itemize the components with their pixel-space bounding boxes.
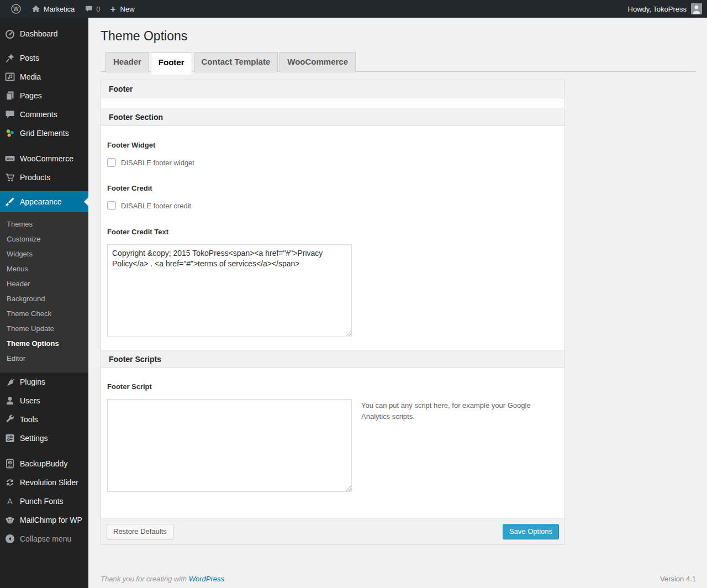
footer-section-body: Footer Widget DISABLE footer widget Foot… xyxy=(101,141,564,350)
sidebar-item-backupbuddy[interactable]: BackupBuddy xyxy=(0,454,88,473)
sidebar-item-label: Appearance xyxy=(20,197,62,206)
pages-icon xyxy=(4,90,15,101)
sidebar-item-label: Pages xyxy=(20,91,42,100)
footer-script-label: Footer Script xyxy=(107,382,558,391)
footer-scripts-body: Footer Script You can put any script her… xyxy=(101,382,564,518)
footer-script-row: You can put any script here, for example… xyxy=(107,399,558,492)
sidebar-item-label: Comments xyxy=(20,110,57,119)
sidebar-item-label: Tools xyxy=(20,415,38,424)
submenu-item-menus[interactable]: Menus xyxy=(0,261,88,276)
footer-thanks-suffix: . xyxy=(224,575,226,583)
appearance-submenu: Themes Customize Widgets Menus Header Ba… xyxy=(0,212,88,372)
sidebar-item-plugins[interactable]: Plugins xyxy=(0,372,88,391)
sidebar-item-comments[interactable]: Comments xyxy=(0,105,88,124)
sidebar-item-pages[interactable]: Pages xyxy=(0,86,88,105)
sidebar-item-revolution-slider[interactable]: Revolution Slider xyxy=(0,473,88,492)
sidebar-item-dashboard[interactable]: Dashboard xyxy=(0,24,88,43)
admin-bar-left: W Marketica 0 + New xyxy=(0,0,140,18)
mailchimp-monkey-icon xyxy=(4,514,15,526)
sidebar-item-tools[interactable]: Tools xyxy=(0,410,88,429)
sidebar-item-label: Grid Elements xyxy=(20,129,69,138)
sidebar-item-label: Users xyxy=(20,396,40,405)
tab-contact-template[interactable]: Contact Template xyxy=(194,52,278,72)
submenu-item-theme-update[interactable]: Theme Update xyxy=(0,321,88,336)
paintbrush-icon xyxy=(4,196,15,207)
admin-sidebar: Dashboard Posts Media Pages Comments Gri… xyxy=(0,18,88,588)
howdy-account-menu[interactable]: Howdy, TokoPress xyxy=(628,5,687,13)
panel-header-footer: Footer xyxy=(101,80,564,98)
submenu-item-theme-options[interactable]: Theme Options xyxy=(0,336,88,351)
sidebar-item-label: Revolution Slider xyxy=(20,478,78,487)
version-text: Version 4.1 xyxy=(660,575,696,583)
submenu-item-themes[interactable]: Themes xyxy=(0,217,88,232)
sidebar-item-label: Products xyxy=(20,173,50,182)
submenu-item-header[interactable]: Header xyxy=(0,276,88,291)
sidebar-item-label: MailChimp for WP xyxy=(20,516,82,524)
admin-footer: Thank you for creating with WordPress. V… xyxy=(101,575,696,583)
sidebar-item-label: BackupBuddy xyxy=(20,459,67,468)
user-icon xyxy=(4,395,15,406)
comments-menu[interactable]: 0 xyxy=(80,0,105,18)
submenu-item-background[interactable]: Background xyxy=(0,291,88,306)
site-name-menu[interactable]: Marketica xyxy=(27,0,80,18)
collapse-menu-label: Collapse menu xyxy=(20,534,71,543)
footer-credit-label: Footer Credit xyxy=(107,184,558,192)
tab-woocommerce[interactable]: WooCommerce xyxy=(279,52,356,72)
disable-footer-widget-checkbox[interactable] xyxy=(107,158,116,167)
home-icon xyxy=(31,4,40,13)
collapse-menu-button[interactable]: Collapse menu xyxy=(0,529,88,548)
backup-drive-icon xyxy=(4,458,15,469)
tab-footer[interactable]: Footer xyxy=(151,53,192,75)
page-title: Theme Options xyxy=(101,28,696,44)
new-content-menu[interactable]: + New xyxy=(105,0,140,18)
sidebar-item-posts[interactable]: Posts xyxy=(0,49,88,67)
footer-credit-textarea[interactable]: Copyright &copy; 2015 TokoPress<span><a … xyxy=(107,244,352,337)
sidebar-item-grid-elements[interactable]: Grid Elements xyxy=(0,124,88,143)
svg-text:W: W xyxy=(13,6,19,12)
sidebar-item-users[interactable]: Users xyxy=(0,391,88,410)
sidebar-item-mailchimp[interactable]: MailChimp for WP xyxy=(0,511,88,529)
sidebar-item-label: Punch Fonts xyxy=(20,497,64,506)
sidebar-item-woocommerce[interactable]: Woo WooCommerce xyxy=(0,149,88,168)
plus-icon: + xyxy=(110,4,116,14)
sidebar-item-media[interactable]: Media xyxy=(0,67,88,86)
wordpress-link[interactable]: WordPress xyxy=(189,575,224,583)
svg-text:A: A xyxy=(7,497,13,506)
new-label: New xyxy=(120,5,135,13)
wordpress-logo-icon: W xyxy=(10,3,22,14)
disable-footer-credit-checkbox[interactable] xyxy=(107,201,116,210)
sidebar-item-appearance[interactable]: Appearance xyxy=(0,191,88,212)
sidebar-item-products[interactable]: Products xyxy=(0,168,88,187)
footer-widget-label: Footer Widget xyxy=(107,141,558,149)
tab-bar: HeaderFooterContact TemplateWooCommerce xyxy=(101,52,696,72)
sidebar-item-punch-fonts[interactable]: A Punch Fonts xyxy=(0,492,88,511)
woocommerce-badge-icon: Woo xyxy=(4,153,15,164)
panel-action-bar: Restore Defaults Save Options xyxy=(101,518,564,544)
comment-bubble-icon xyxy=(85,4,93,13)
user-avatar[interactable] xyxy=(691,3,702,14)
submenu-item-editor[interactable]: Editor xyxy=(0,351,88,366)
comments-icon xyxy=(4,109,15,120)
footer-script-hint: You can put any script here, for example… xyxy=(361,400,544,422)
submenu-item-theme-check[interactable]: Theme Check xyxy=(0,306,88,321)
media-icon xyxy=(4,71,15,82)
restore-defaults-button[interactable]: Restore Defaults xyxy=(107,524,173,539)
pushpin-icon xyxy=(4,53,15,64)
wrench-icon xyxy=(4,414,15,425)
submenu-item-widgets[interactable]: Widgets xyxy=(0,246,88,261)
save-options-button[interactable]: Save Options xyxy=(503,524,559,539)
wordpress-logo-button[interactable]: W xyxy=(6,0,27,18)
disable-footer-widget-checkbox-label[interactable]: DISABLE footer widget xyxy=(121,159,194,167)
sidebar-item-label: Posts xyxy=(20,54,39,62)
submenu-item-customize[interactable]: Customize xyxy=(0,232,88,246)
site-name-label: Marketica xyxy=(44,5,75,13)
footer-script-textarea[interactable] xyxy=(107,399,352,492)
sidebar-item-label: Settings xyxy=(20,434,48,443)
theme-options-panel: Footer Footer Section Footer Widget DISA… xyxy=(101,80,565,545)
collapse-arrow-icon xyxy=(4,533,15,544)
sidebar-item-settings[interactable]: Settings xyxy=(0,429,88,448)
tab-header[interactable]: Header xyxy=(105,52,149,72)
grid-elements-icon xyxy=(4,128,15,139)
disable-footer-credit-checkbox-label[interactable]: DISABLE footer credit xyxy=(121,202,191,210)
comment-count: 0 xyxy=(96,5,100,13)
